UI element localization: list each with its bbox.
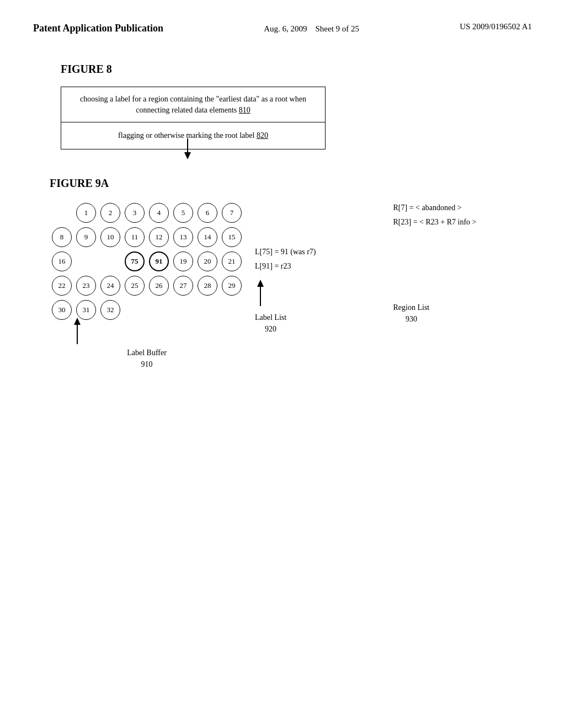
cell-13: 13: [171, 225, 195, 249]
region-list-content: R[7] = < abandoned > R[23] = < R23 + R7 …: [393, 201, 477, 230]
cell-30: 30: [50, 298, 74, 322]
header-center: Aug. 6, 2009 Sheet 9 of 25: [264, 22, 359, 35]
cell-empty-r5c5: [147, 298, 171, 322]
cell-75: 75: [122, 249, 147, 274]
cell-27: 27: [171, 274, 195, 298]
figure8-box: choosing a label for a region containing…: [61, 87, 326, 149]
publication-title: Patent Application Publication: [33, 22, 163, 35]
label-buffer-title: Label BufferLabel Buffer 910910: [127, 347, 167, 370]
cell-empty-r5c7: [195, 298, 220, 322]
cell-4: 4: [147, 201, 171, 225]
region-list-line1: R[7] = < abandoned >: [393, 201, 477, 216]
cell-16: 16: [50, 249, 74, 274]
svg-marker-5: [257, 280, 264, 287]
label-buffer-grid: 1 2 3 4 5 6 7 8 9 10 11 12 13 14 15: [50, 201, 244, 322]
region-list-column: R[7] = < abandoned > R[23] = < R23 + R7 …: [393, 201, 477, 335]
cell-7: 7: [220, 201, 244, 225]
arrow-up-label-list: [255, 279, 266, 306]
up-arrow-label-icon: [255, 279, 266, 306]
ref-820: 820: [257, 131, 268, 140]
figure8-box-bottom-text: flagging or otherwise marking the root l…: [61, 122, 325, 149]
cell-10: 10: [98, 225, 122, 249]
pub-date: Aug. 6, 2009: [264, 24, 307, 33]
figure8-section: FIGURE 8 choosing a label for a region c…: [61, 63, 532, 149]
cell-29: 29: [220, 274, 244, 298]
cell-empty-r5c8: [220, 298, 244, 322]
label-list-line1: L[75] = 91 (was r7): [255, 245, 316, 260]
region-list-title: Region List930: [393, 302, 430, 325]
cell-empty-r1c1: [50, 201, 74, 225]
cell-15: 15: [220, 225, 244, 249]
cell-19: 19: [171, 249, 195, 274]
cell-5: 5: [171, 201, 195, 225]
region-list-title-area: Region List930: [393, 302, 430, 325]
cell-28: 28: [195, 274, 220, 298]
page: Patent Application Publication Aug. 6, 2…: [0, 0, 565, 728]
figure8-title: FIGURE 8: [61, 63, 532, 76]
cell-6: 6: [195, 201, 220, 225]
cell-9: 9: [74, 225, 98, 249]
figure8-box-top-text: choosing a label for a region containing…: [61, 87, 325, 122]
cell-25: 25: [122, 274, 147, 298]
figure9a-main-row: 1 2 3 4 5 6 7 8 9 10 11 12 13 14 15: [50, 201, 532, 370]
label-buffer-area: 1 2 3 4 5 6 7 8 9 10 11 12 13 14 15: [50, 201, 244, 370]
ref-810: 810: [239, 106, 250, 114]
label-list-title-area: Label List920: [255, 312, 286, 335]
cell-91: 91: [147, 249, 171, 274]
label-list-line2: L[91] = r23: [255, 259, 316, 274]
cell-8: 8: [50, 225, 74, 249]
cell-14: 14: [195, 225, 220, 249]
label-list-title: Label List920: [255, 312, 286, 335]
sheet-info: Sheet 9 of 25: [315, 24, 359, 33]
cell-11: 11: [122, 225, 147, 249]
cell-32: 32: [98, 298, 122, 322]
lists-info-row: L[75] = 91 (was r7) L[91] = r23 Label Li…: [255, 245, 477, 335]
figure9a-title: FIGURE 9A: [50, 177, 532, 190]
cell-17: [74, 249, 98, 274]
svg-marker-1: [184, 152, 191, 159]
label-list-content: L[75] = 91 (was r7) L[91] = r23: [255, 245, 316, 274]
cell-26: 26: [147, 274, 171, 298]
region-list-line2: R[23] = < R23 + R7 info >: [393, 215, 477, 230]
cell-12: 12: [147, 225, 171, 249]
cell-31: 31: [74, 298, 98, 322]
cell-20: 20: [195, 249, 220, 274]
label-list-column: L[75] = 91 (was r7) L[91] = r23 Label Li…: [255, 245, 316, 335]
cell-empty-r5c6: [171, 298, 195, 322]
info-columns: L[75] = 91 (was r7) L[91] = r23 Label Li…: [255, 201, 477, 335]
cell-18: [98, 249, 122, 274]
header: Patent Application Publication Aug. 6, 2…: [33, 22, 532, 35]
pub-number: US 2009/0196502 A1: [460, 22, 532, 31]
cell-empty-r5c4: [122, 298, 147, 322]
cell-23: 23: [74, 274, 98, 298]
cell-3: 3: [122, 201, 147, 225]
cell-22: 22: [50, 274, 74, 298]
figure9a-section: FIGURE 9A 1 2 3 4 5 6 7 8 9: [50, 177, 532, 370]
cell-2: 2: [98, 201, 122, 225]
cell-21: 21: [220, 249, 244, 274]
cell-1: 1: [74, 201, 98, 225]
cell-24: 24: [98, 274, 122, 298]
